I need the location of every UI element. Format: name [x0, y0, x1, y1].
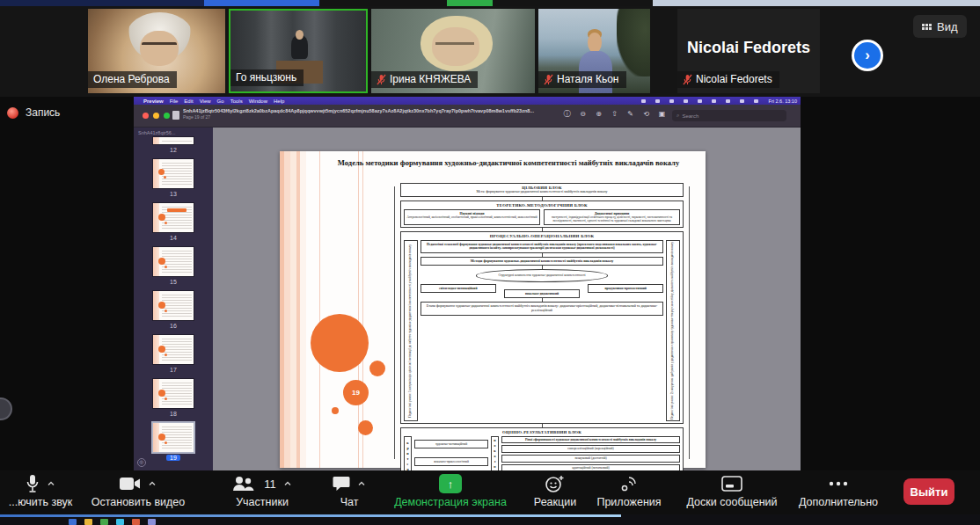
search-icon[interactable] [740, 99, 744, 103]
preview-titlebar[interactable]: SnhA41jzBqtr5043f6yl2kgzt8zk2a0bzApaqdc8… [134, 105, 801, 128]
page-thumbnail[interactable]: 13 [134, 159, 213, 197]
search-field[interactable]: ⌕ Search [672, 110, 786, 121]
video-camera-icon [120, 477, 141, 491]
rotate-icon[interactable]: ⟲ [642, 110, 650, 118]
menu-file[interactable]: File [170, 98, 179, 104]
taskbar-icon [116, 519, 124, 525]
search-icon: ⌕ [676, 113, 679, 119]
more-button[interactable]: Дополнительно [790, 474, 887, 508]
chat-button[interactable]: Чат [318, 474, 380, 508]
zoom-window-button[interactable] [164, 113, 170, 119]
document-proxy-icon[interactable] [172, 111, 179, 120]
whiteboard-button[interactable]: Доски сообщений [670, 474, 794, 508]
thumbnail-page-number: 12 [170, 147, 177, 153]
participant-video-strip: Олена Реброва Го яньцзюнь [0, 6, 980, 97]
more-label: Дополнительно [799, 496, 878, 508]
video-tile[interactable]: Олена Реброва [88, 9, 225, 93]
sidebar-zoom-icon[interactable]: ⊕ [137, 458, 146, 467]
menu-view[interactable]: View [200, 98, 211, 104]
criterion-box: художньо-мотиваційний [414, 440, 488, 448]
apps-button[interactable]: Приложения [585, 474, 673, 508]
decor-circle [311, 314, 369, 372]
evaluation-block: ОЦІННО-РЕЗУЛЬТАТИВНИЙ БЛОК критерії худо… [400, 427, 684, 470]
next-participants-button[interactable]: › [852, 40, 883, 71]
menu-window[interactable]: Window [249, 98, 267, 104]
reactions-button[interactable]: Реакции [521, 474, 589, 508]
menu-help[interactable]: Help [274, 98, 284, 104]
components-oval: Структурні компоненти художньо-дидактичн… [476, 269, 608, 281]
pedagogical-condition-right: Педагогічні умови: 2) занурення здобувач… [666, 240, 680, 421]
view-button[interactable]: Вид [913, 15, 967, 38]
mute-options-caret[interactable] [47, 479, 55, 488]
menu-edit[interactable]: Edit [184, 98, 193, 104]
participants-options-caret[interactable] [283, 479, 292, 488]
participant-name: Го яньцзюнь [236, 71, 296, 84]
stages-box: Етапи формування художньо-дидактичної ко… [421, 302, 663, 316]
video-tile[interactable]: Наталя Кьон [538, 9, 650, 93]
thumbnail-sidebar[interactable]: SnhA41z8qtr56... 12 13 14 [134, 128, 213, 470]
share-screen-icon: ↑ [439, 474, 462, 493]
page-thumbnail-selected[interactable]: 19 [134, 423, 213, 461]
decor-circle [332, 407, 339, 414]
technologies-text: Педагогічні технології формування художн… [427, 243, 657, 250]
status-icon[interactable] [712, 99, 716, 103]
participant-name-tag: Ірина КНЯЖЕВА [371, 71, 478, 88]
crop-icon[interactable]: ▣ [658, 110, 666, 118]
preview-toolbar: ⓘ ⊖ ⊕ ⇧ ✎ ⟲ ▣ [563, 110, 666, 118]
page-thumbnail[interactable]: 14 [134, 203, 213, 241]
video-tile-active-speaker[interactable]: Го яньцзюнь [229, 9, 368, 93]
page-thumbnail[interactable]: 15 [134, 247, 213, 285]
share-icon[interactable]: ⇧ [611, 110, 618, 118]
video-tile[interactable]: Ірина КНЯЖЕВА [371, 9, 535, 93]
corner-avatar [0, 397, 12, 420]
minimize-window-button[interactable] [153, 113, 159, 119]
share-screen-button[interactable]: ↑ Демонстрация экрана [384, 474, 516, 508]
slide-page-number: 19 [352, 389, 360, 397]
page-thumbnail[interactable]: 12 [134, 137, 213, 153]
search-placeholder: Search [682, 113, 698, 119]
slide-title: Модель методики формування художньо-дида… [333, 158, 684, 168]
recording-indicator[interactable]: Запись [7, 106, 60, 119]
view-button-label: Вид [937, 20, 958, 33]
shared-screen: Preview File Edit View Go Tools Window H… [134, 97, 801, 470]
level-box: адаптаційний (початковий) [501, 464, 680, 470]
decor-circle [369, 361, 385, 376]
menu-preview[interactable]: Preview [143, 98, 164, 104]
markup-icon[interactable]: ✎ [626, 110, 634, 118]
leave-button[interactable]: Выйти [903, 478, 954, 505]
menu-go[interactable]: Go [217, 98, 224, 104]
status-icon[interactable] [684, 99, 688, 103]
taskbar-icon [100, 519, 108, 525]
zoom-in-icon[interactable]: ⊕ [595, 110, 603, 118]
participant-name: Наталя Кьон [557, 73, 619, 85]
level-box: пошуковий (достатній) [501, 455, 680, 463]
thumbnail-page-number: 16 [170, 323, 177, 329]
page-thumbnail[interactable]: 16 [134, 291, 213, 329]
info-icon[interactable]: ⓘ [563, 110, 571, 118]
decor-line [319, 151, 320, 468]
mute-button[interactable]: ...ючить звук [0, 474, 81, 508]
control-center-icon[interactable] [754, 99, 758, 103]
status-icon[interactable] [641, 99, 646, 103]
status-icon[interactable] [655, 99, 660, 103]
page-thumbnail[interactable]: 18 [134, 379, 213, 417]
stop-video-button[interactable]: Остановить видео [85, 474, 191, 508]
video-options-caret[interactable] [148, 479, 157, 488]
block-header: ТЕОРЕТИКО-МЕТОДОЛОГІЧНИЙ БЛОК [404, 203, 680, 208]
zoom-out-icon[interactable]: ⊖ [579, 110, 587, 118]
close-window-button[interactable] [143, 113, 149, 119]
menubar-clock[interactable]: Fri 2.6. 13:10 [769, 98, 797, 104]
page-thumbnail[interactable]: 17 [134, 335, 213, 373]
menu-tools[interactable]: Tools [230, 98, 243, 104]
chat-options-caret[interactable] [357, 479, 366, 488]
status-icon[interactable] [698, 99, 702, 103]
wifi-icon[interactable] [726, 99, 730, 103]
status-icon[interactable] [669, 99, 674, 103]
taskbar-icon [69, 519, 77, 525]
thumbnail-page-number: 15 [170, 279, 177, 285]
participants-button[interactable]: 11 Участники [218, 474, 306, 508]
video-tile[interactable]: Nicolai Fedorets Nicolai Fedorets [677, 9, 820, 93]
criteria-vertical-label: критерії [404, 436, 412, 470]
target-block: ЦІЛЬОВИЙ БЛОК Мета: формування художньо-… [400, 183, 684, 197]
thumbnail-page-number: 17 [170, 367, 177, 373]
